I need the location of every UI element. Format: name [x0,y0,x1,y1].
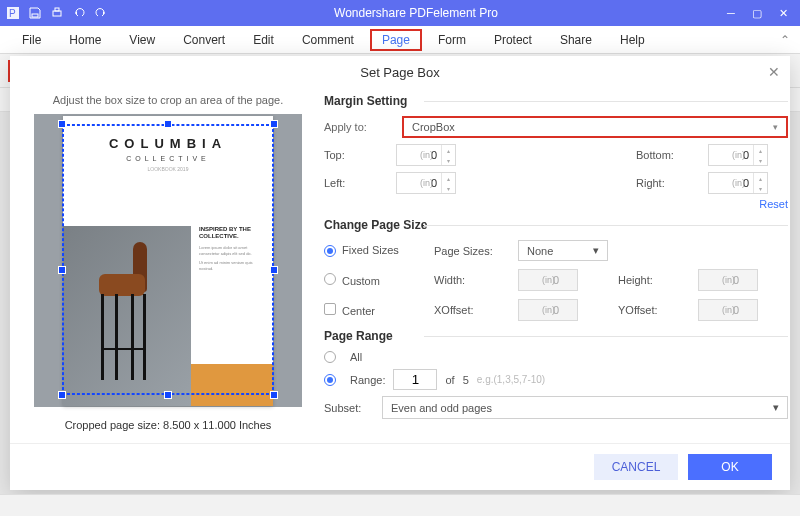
preview-tiny: LOOKBOOK 2019 [63,166,273,172]
ok-button[interactable]: OK [688,454,772,480]
range-label: Range: [350,374,385,386]
preview-text-block: INSPIRED BY THE COLLECTIVE. Lorem ipsum … [199,226,263,272]
preview-panel: Adjust the box size to crop an area of t… [28,94,308,431]
reset-link[interactable]: Reset [324,198,788,210]
preview-image-block [63,226,191,406]
center-check-row[interactable]: Center [324,303,424,317]
height-label: Height: [618,274,688,286]
all-radio[interactable] [324,351,336,363]
chair-icon [93,242,161,382]
crop-handle-mr[interactable] [270,266,278,274]
cropped-size-label: Cropped page size: 8.500 x 11.000 Inches [65,419,272,431]
xoffset-input: 0(in) [518,299,578,321]
all-label: All [350,351,362,363]
svg-text:P: P [9,8,16,19]
chevron-down-icon: ▾ [773,401,779,414]
custom-radio-row[interactable]: Custom [324,273,424,287]
dialog-title: Set Page Box [360,65,440,80]
preview-body-text: Lorem ipsum dolor sit amet consectetur a… [199,245,263,256]
apply-to-value: CropBox [412,121,455,133]
width-input: 0(in) [518,269,578,291]
menu-edit[interactable]: Edit [241,29,286,51]
center-checkbox[interactable] [324,303,336,315]
width-label: Width: [434,274,508,286]
crop-handle-ml[interactable] [58,266,66,274]
settings-panel: Margin Setting Apply to: CropBox ▾ Top: … [324,94,788,431]
change-page-size-group: Change Page Size Fixed Sizes Page Sizes:… [324,218,788,321]
subset-label: Subset: [324,402,372,414]
preview-orange-block [191,364,273,406]
fixed-sizes-radio[interactable] [324,245,336,257]
preview-hint: Adjust the box size to crop an area of t… [53,94,284,106]
maximize-icon[interactable]: ▢ [750,6,764,20]
top-label: Top: [324,149,384,161]
print-icon[interactable] [50,6,64,20]
left-input[interactable]: 0(in)▴▾ [396,172,456,194]
crop-handle-bm[interactable] [164,391,172,399]
dialog-close-icon[interactable]: ✕ [768,64,780,80]
menu-page[interactable]: Page [370,29,422,51]
apply-to-select[interactable]: CropBox ▾ [402,116,788,138]
apply-to-label: Apply to: [324,121,394,133]
crop-handle-bl[interactable] [58,391,66,399]
svg-rect-4 [55,8,59,11]
crop-handle-tl[interactable] [58,120,66,128]
top-input[interactable]: 0(in)▴▾ [396,144,456,166]
range-radio[interactable] [324,374,336,386]
range-example: e.g.(1,3,5,7-10) [477,374,545,385]
menu-file[interactable]: File [10,29,53,51]
cancel-button[interactable]: CANCEL [594,454,678,480]
menu-convert[interactable]: Convert [171,29,237,51]
height-input: 0(in) [698,269,758,291]
margin-legend: Margin Setting [324,94,788,108]
menu-protect[interactable]: Protect [482,29,544,51]
menu-comment[interactable]: Comment [290,29,366,51]
redo-icon[interactable] [94,6,108,20]
pagesizes-select[interactable]: None▾ [518,240,608,261]
bottom-label: Bottom: [636,149,696,161]
window-controls: ─ ▢ ✕ [724,6,794,20]
titlebar: P Wondershare PDFelement Pro ─ ▢ ✕ [0,0,800,26]
right-input[interactable]: 0(in)▴▾ [708,172,768,194]
titlebar-left-icons: P [6,6,108,20]
preview-canvas[interactable]: COLUMBIA COLLECTIVE LOOKBOOK 2019 INSPIR… [34,114,302,407]
undo-icon[interactable] [72,6,86,20]
custom-radio[interactable] [324,273,336,285]
range-legend: Page Range [324,329,788,343]
svg-rect-3 [53,11,61,16]
fixed-sizes-radio-row[interactable]: Fixed Sizes [324,244,424,257]
size-legend: Change Page Size [324,218,788,232]
pagesizes-label: Page Sizes: [434,245,508,257]
range-total: 5 [463,374,469,386]
menu-help[interactable]: Help [608,29,657,51]
ribbon-collapse-icon[interactable]: ⌃ [780,33,790,47]
subset-select[interactable]: Even and odd pages ▾ [382,396,788,419]
right-label: Right: [636,177,696,189]
close-icon[interactable]: ✕ [776,6,790,20]
yoffset-input: 0(in) [698,299,758,321]
bottom-input[interactable]: 0(in)▴▾ [708,144,768,166]
save-icon[interactable] [28,6,42,20]
menu-view[interactable]: View [117,29,167,51]
range-from-input[interactable] [393,369,437,390]
minimize-icon[interactable]: ─ [724,6,738,20]
dialog-title-bar: Set Page Box ✕ [10,56,790,88]
crop-handle-br[interactable] [270,391,278,399]
preview-subhead: COLLECTIVE [63,155,273,162]
crop-handle-tr[interactable] [270,120,278,128]
crop-handle-tm[interactable] [164,120,172,128]
svg-rect-2 [32,14,38,17]
chevron-down-icon: ▾ [773,122,778,132]
preview-heading: COLUMBIA [63,136,273,151]
app-title: Wondershare PDFelement Pro [108,6,724,20]
dialog-footer: CANCEL OK [10,443,790,490]
xoffset-label: XOffset: [434,304,508,316]
left-label: Left: [324,177,384,189]
menu-form[interactable]: Form [426,29,478,51]
menubar: File Home View Convert Edit Comment Page… [0,26,800,54]
margin-setting-group: Margin Setting Apply to: CropBox ▾ Top: … [324,94,788,210]
app-logo-icon: P [6,6,20,20]
menu-share[interactable]: Share [548,29,604,51]
menu-home[interactable]: Home [57,29,113,51]
page-preview: COLUMBIA COLLECTIVE LOOKBOOK 2019 INSPIR… [63,116,273,406]
